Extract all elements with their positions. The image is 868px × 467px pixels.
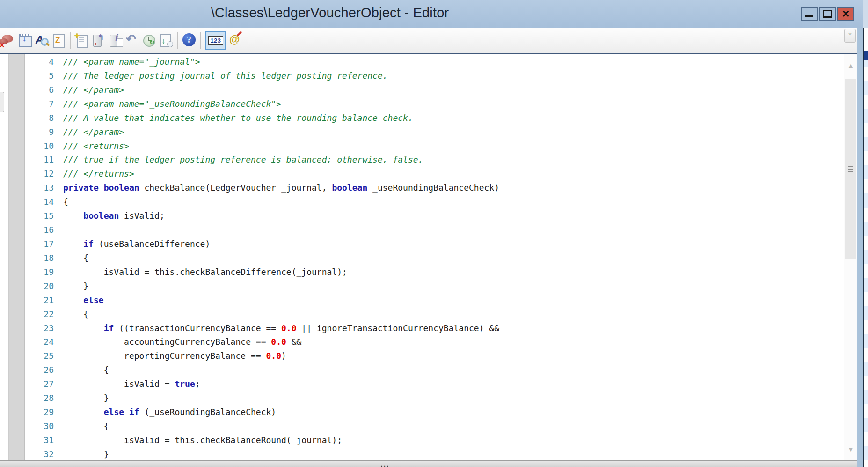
code-line[interactable]: 13private boolean checkBalance(LedgerVou… — [0, 181, 844, 195]
script-button[interactable]: Z — [51, 32, 66, 49]
send-to-server-button[interactable]: ↰ — [91, 32, 106, 49]
code-text: isValid = this.checkBalanceDifference(_j… — [63, 265, 347, 279]
code-text: private boolean checkBalance(LedgerVouch… — [63, 181, 499, 195]
code-text: { — [63, 419, 109, 433]
code-text: { — [63, 195, 68, 209]
code-text: } — [63, 279, 88, 293]
code-line[interactable]: 30 { — [0, 419, 844, 433]
titlebar[interactable]: \Classes\LedgerVoucherObject - Editor ✕ — [0, 0, 863, 28]
code-text: } — [63, 391, 109, 405]
code-text: /// <returns> — [63, 139, 129, 153]
code-text: { — [63, 363, 109, 377]
code-line[interactable]: 29 else if (_useRoundingBalanceCheck) — [0, 405, 844, 419]
background-window-edge — [863, 0, 868, 467]
code-text: /// </returns> — [63, 167, 134, 181]
label-editor-button[interactable]: @ — [229, 32, 244, 49]
maximize-button[interactable] — [819, 7, 836, 21]
toolbar-separator — [70, 32, 71, 49]
code-text: if ((transactionCurrencyBalance == 0.0 |… — [63, 321, 499, 335]
minimize-button[interactable] — [801, 7, 818, 21]
code-editor-surface[interactable]: 4/// <param name="_journal">5/// The led… — [0, 54, 844, 460]
code-line[interactable]: 14{ — [0, 195, 844, 209]
vertical-scrollbar[interactable]: ▲ ▼ — [844, 54, 857, 460]
code-line[interactable]: 21 else — [0, 293, 844, 307]
toolbar-separator — [177, 32, 178, 49]
scroll-up-icon[interactable]: ▲ — [844, 54, 857, 77]
code-line[interactable]: 16 — [0, 223, 844, 237]
code-line[interactable]: 25 reportingCurrencyBalance == 0.0) — [0, 349, 844, 363]
code-line[interactable]: 32 } — [0, 447, 844, 460]
code-text: if (useBalanceDifference) — [63, 237, 210, 251]
code-text: isValid = this.checkBalanceRound(_journa… — [63, 433, 342, 447]
toolbar: ✕ ↓ A Z + ↰ ƒ — [0, 28, 858, 54]
history-button[interactable]: ↻ — [142, 32, 157, 49]
code-line[interactable]: 19 isValid = this.checkBalanceDifference… — [0, 265, 844, 279]
close-icon: ✕ — [842, 9, 850, 19]
code-line[interactable]: 6/// </param> — [0, 83, 844, 97]
code-line[interactable]: 17 if (useBalanceDifference) — [0, 237, 844, 251]
background-window-icon — [864, 51, 868, 60]
code-line[interactable]: 9/// </param> — [0, 125, 844, 139]
splitter-grip-icon: … — [380, 458, 390, 467]
code-line[interactable]: 27 isValid = true; — [0, 377, 844, 391]
code-line[interactable]: 12/// </returns> — [0, 167, 844, 181]
window-right-border — [857, 28, 863, 467]
code-text: /// A value that indicates whether to us… — [63, 111, 413, 125]
new-method-button[interactable]: + — [74, 32, 89, 49]
minimize-icon — [805, 15, 813, 17]
code-line[interactable]: 18 { — [0, 251, 844, 265]
code-line[interactable]: 23 if ((transactionCurrencyBalance == 0.… — [0, 321, 844, 335]
line-numbers-toggle[interactable]: 123 — [205, 31, 226, 50]
code-line[interactable]: 11/// true if the ledger posting referen… — [0, 153, 844, 167]
code-line[interactable]: 24 accountingCurrencyBalance == 0.0 && — [0, 335, 844, 349]
code-text: accountingCurrencyBalance == 0.0 && — [63, 335, 301, 349]
scrollbar-grip-icon — [848, 166, 853, 173]
code-line[interactable]: 8/// A value that indicates whether to u… — [0, 111, 844, 125]
code-line[interactable]: 20 } — [0, 279, 844, 293]
code-line[interactable]: 31 isValid = this.checkBalanceRound(_jou… — [0, 433, 844, 447]
toolbar-overflow-button[interactable]: ⌄ — [844, 29, 856, 43]
help-icon: ? — [182, 33, 196, 46]
toolbar-overflow-icon: ⌄ — [845, 30, 855, 36]
methods-pane-scrollbar-thumb[interactable] — [0, 92, 4, 112]
code-text: boolean isValid; — [63, 209, 165, 223]
code-line[interactable]: 15 boolean isValid; — [0, 209, 844, 223]
code-text: { — [63, 307, 88, 321]
code-text: /// true if the ledger posting reference… — [63, 153, 423, 167]
code-text: /// <param name="_journal"> — [63, 55, 200, 69]
code-text: reportingCurrencyBalance == 0.0) — [63, 349, 286, 363]
code-line[interactable]: 22 { — [0, 307, 844, 321]
code-text: /// <param name="_useRoundingBalanceChec… — [63, 97, 281, 111]
close-button[interactable]: ✕ — [837, 7, 854, 21]
code-text: { — [63, 251, 88, 265]
save-version-button[interactable]: ↓ — [159, 32, 174, 49]
methods-pane-edge — [0, 54, 9, 460]
undo-button[interactable]: ↶ — [125, 32, 140, 49]
maximize-icon — [823, 10, 832, 18]
line-numbers-icon: 123 — [208, 36, 223, 45]
editor-window: \Classes\LedgerVoucherObject - Editor ✕ … — [0, 0, 868, 467]
code-text: } — [63, 447, 109, 460]
code-line[interactable]: 4/// <param name="_journal"> — [0, 55, 844, 69]
toolbar-separator — [200, 32, 201, 49]
window-title: \Classes\LedgerVoucherObject - Editor — [0, 5, 660, 21]
code-line[interactable]: 26 { — [0, 363, 844, 377]
code-text: /// The ledger posting journal of this l… — [63, 69, 388, 83]
code-line[interactable]: 10/// <returns> — [0, 139, 844, 153]
code-text: /// </param> — [63, 125, 124, 139]
code-line[interactable]: 5/// The ledger posting journal of this … — [0, 69, 844, 83]
get-from-server-button[interactable]: ƒ — [108, 32, 123, 49]
find-button[interactable]: A — [35, 32, 50, 49]
code-line[interactable]: 28 } — [0, 391, 844, 405]
help-button[interactable]: ? — [182, 32, 197, 49]
code-text: else — [63, 293, 104, 307]
code-line[interactable]: 7/// <param name="_useRoundingBalanceChe… — [0, 97, 844, 111]
scrollbar-thumb[interactable] — [845, 79, 856, 259]
import-button[interactable]: ↓ — [18, 32, 33, 49]
compile-button[interactable]: ✕ — [1, 32, 16, 49]
horizontal-splitter[interactable]: … — [0, 460, 857, 467]
undo-icon: ↶ — [126, 32, 136, 46]
code-text: isValid = true; — [63, 377, 200, 391]
code-lines: 4/// <param name="_journal">5/// The led… — [0, 55, 844, 460]
scroll-down-icon[interactable]: ▼ — [844, 438, 857, 460]
